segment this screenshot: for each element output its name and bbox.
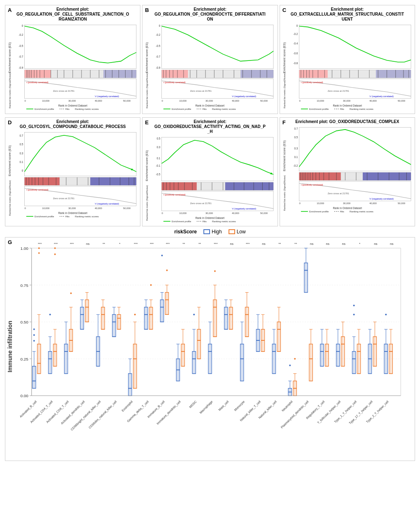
svg-point-523 xyxy=(353,314,355,315)
panel-d-plot: Enrichment score (ES) 0.7 0.5 0.3 0.1 0 xyxy=(7,130,138,219)
svg-point-339 xyxy=(70,292,72,294)
svg-text:Ranking metric scores: Ranking metric scores xyxy=(75,215,99,218)
svg-text:Enrichment profile: Enrichment profile xyxy=(172,220,191,223)
svg-point-307 xyxy=(33,334,35,336)
svg-text:-0.2: -0.2 xyxy=(19,33,23,36)
svg-text:40,000: 40,000 xyxy=(232,212,240,214)
svg-text:Rank in Ordered Dataset: Rank in Ordered Dataset xyxy=(333,104,362,107)
svg-text:0.3: 0.3 xyxy=(157,146,161,149)
svg-text:Rank in Ordered Dataset: Rank in Ordered Dataset xyxy=(196,104,225,107)
legend-high-box xyxy=(203,229,210,234)
svg-text:Ranked list metric (Signal2Noi: Ranked list metric (Signal2Noise) xyxy=(9,180,11,216)
panel-b-title: Enrichment plot:GO_REGULATION_OF_CHONDRO… xyxy=(144,7,275,22)
svg-rect-183 xyxy=(162,182,197,190)
svg-text:0: 0 xyxy=(162,100,163,102)
svg-text:0.5: 0.5 xyxy=(157,137,161,140)
svg-text:-0.9: -0.9 xyxy=(19,66,23,69)
svg-text:Monocyte: Monocyte xyxy=(233,400,245,412)
legend-high-label: High xyxy=(212,229,222,235)
svg-text:30,000: 30,000 xyxy=(68,100,76,102)
svg-text:***: *** xyxy=(54,242,58,246)
svg-text:Enrichment profile: Enrichment profile xyxy=(35,108,54,110)
svg-rect-8 xyxy=(25,70,51,78)
svg-point-524 xyxy=(353,305,355,306)
svg-text:r (positively correlated): r (positively correlated) xyxy=(301,184,323,186)
svg-rect-217 xyxy=(299,127,411,171)
svg-text:***: *** xyxy=(214,242,217,246)
svg-text:50,000: 50,000 xyxy=(260,212,268,214)
svg-text:0.1: 0.1 xyxy=(157,156,161,159)
svg-text:***: *** xyxy=(38,242,42,246)
svg-point-435 xyxy=(214,270,216,272)
svg-text:Mast_cell: Mast_cell xyxy=(218,400,230,412)
svg-text:'n' (negatively correlated): 'n' (negatively correlated) xyxy=(95,202,119,205)
panel-e-label: E xyxy=(145,119,149,126)
svg-text:ns: ns xyxy=(86,242,89,246)
panel-f-label: F xyxy=(282,119,286,126)
svg-text:Eosinophil: Eosinophil xyxy=(121,400,133,412)
svg-text:Neutrophil: Neutrophil xyxy=(281,400,294,412)
svg-text:-0.7: -0.7 xyxy=(19,55,23,58)
panel-c-title: Enrichment plot:GO_EXTRACELLULAR_MATRIX_… xyxy=(282,7,413,22)
svg-text:Zero cross at 21781: Zero cross at 21781 xyxy=(190,90,212,92)
svg-text:-0.5: -0.5 xyxy=(156,44,161,47)
svg-text:**: ** xyxy=(294,242,297,246)
legend-high: High xyxy=(203,229,222,235)
svg-text:r (positively correlated): r (positively correlated) xyxy=(301,81,323,84)
svg-text:30,000: 30,000 xyxy=(205,100,213,102)
svg-text:***: *** xyxy=(246,242,250,246)
panel-d-label: D xyxy=(8,119,12,126)
panel-a-label: A xyxy=(8,7,12,13)
legend-low: Low xyxy=(229,229,246,235)
svg-rect-225 xyxy=(363,172,411,180)
svg-text:'n' (negatively correlated): 'n' (negatively correlated) xyxy=(232,207,256,210)
panel-b: B Enrichment plot:GO_REGULATION_OF_CHOND… xyxy=(142,5,278,114)
svg-text:r (positively correlated): r (positively correlated) xyxy=(26,189,49,191)
svg-text:***: *** xyxy=(70,242,74,246)
panel-e: E Enrichment plot:GO_OXIDOREDUCTASE_ACTI… xyxy=(142,117,278,226)
svg-text:0.50: 0.50 xyxy=(20,320,28,324)
svg-text:ns: ns xyxy=(374,242,377,246)
svg-text:CD56dim_natural_killer_cell: CD56dim_natural_killer_cell xyxy=(88,400,117,429)
svg-text:Rank in Ordered Dataset: Rank in Ordered Dataset xyxy=(196,216,225,219)
svg-text:**: ** xyxy=(103,242,105,246)
svg-text:Hits: Hits xyxy=(65,108,70,110)
panel-a-plot: Enrichment score (ES) 0 -0.2 -0.5 -0.7 -… xyxy=(7,23,138,112)
main-container: A Enrichment plot:GO_REGULATION_OF_CELL_… xyxy=(0,0,420,466)
svg-text:0: 0 xyxy=(299,100,301,102)
panel-g: G Immune infiltration 1.00 0.75 0.50 xyxy=(5,237,415,461)
svg-text:0: 0 xyxy=(25,207,26,209)
svg-text:Ranking metric scores: Ranking metric scores xyxy=(212,220,236,223)
svg-text:30,000: 30,000 xyxy=(68,207,76,209)
svg-text:50,000: 50,000 xyxy=(398,100,406,102)
svg-point-308 xyxy=(33,328,35,330)
svg-text:-0.1: -0.1 xyxy=(156,164,161,167)
panel-f-title: Enrichment plot: GO_OXIDOREDUCTASE_COMPL… xyxy=(282,119,413,124)
svg-text:10,000: 10,000 xyxy=(42,100,50,102)
legend-row: riskScore High Low xyxy=(4,229,416,235)
panel-d-title: Enrichment plot:GO_GLYCOSYL_COMPOUND_CAT… xyxy=(7,119,138,129)
svg-text:***: *** xyxy=(134,242,138,246)
svg-text:***: *** xyxy=(166,242,170,246)
panel-c-plot: Enrichment score (ES) 0 -0.2 -0.4 -0.6 -… xyxy=(282,23,413,112)
svg-text:-0.8: -0.8 xyxy=(293,62,298,65)
svg-text:Hits: Hits xyxy=(340,210,344,213)
svg-text:1.00: 1.00 xyxy=(20,246,28,251)
svg-text:30,000: 30,000 xyxy=(343,202,351,204)
svg-text:Ranked list metric (Signal2Noi: Ranked list metric (Signal2Noise) xyxy=(283,73,285,108)
svg-text:Ranked list metric (Signal2Noi: Ranked list metric (Signal2Noise) xyxy=(283,175,285,211)
svg-text:'n' (negatively correlated): 'n' (negatively correlated) xyxy=(232,95,256,98)
svg-text:0.1: 0.1 xyxy=(294,156,298,158)
svg-point-321 xyxy=(49,314,51,315)
svg-point-545 xyxy=(385,314,387,315)
panel-c: C Enrichment plot:GO_EXTRACELLULAR_MATRI… xyxy=(280,5,415,114)
svg-text:0: 0 xyxy=(296,24,298,27)
svg-point-419 xyxy=(193,314,195,315)
svg-rect-224 xyxy=(299,172,341,180)
panel-d: D Enrichment plot:GO_GLYCOSYL_COMPOUND_C… xyxy=(5,117,140,226)
svg-text:*: * xyxy=(359,242,360,246)
svg-text:ns: ns xyxy=(310,242,313,246)
svg-point-314 xyxy=(38,247,40,249)
panel-c-label: C xyxy=(282,7,286,13)
svg-point-138 xyxy=(131,169,133,170)
